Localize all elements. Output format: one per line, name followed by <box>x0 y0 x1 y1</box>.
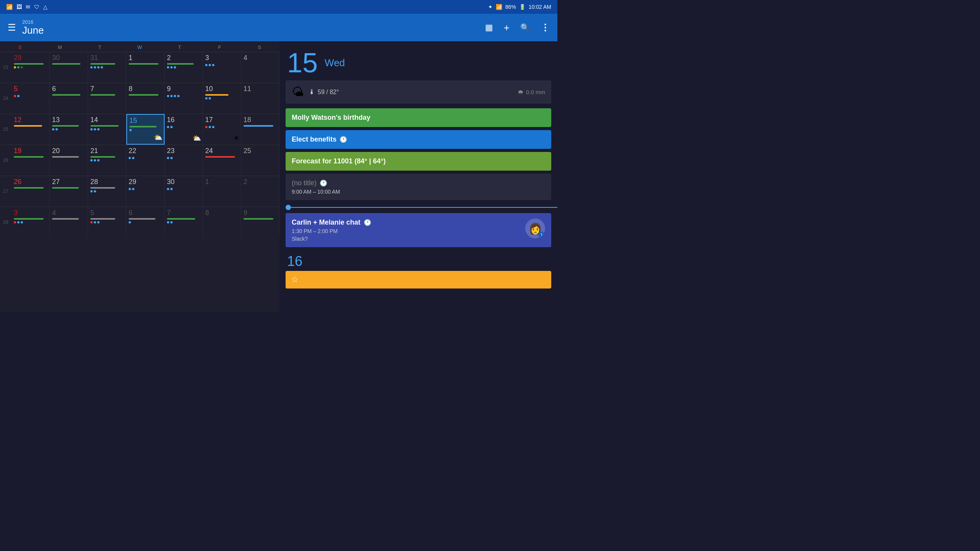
avatar: 👩 1 <box>525 218 545 238</box>
benefits-event-card[interactable]: Elect benefits 🕐 <box>286 130 551 149</box>
cal-cell-13-jun[interactable]: 13 <box>50 114 88 145</box>
cal-cell-10-jun[interactable]: 10 <box>203 83 241 114</box>
star-icon: ☆ <box>291 275 299 285</box>
event-dot <box>52 128 54 130</box>
next-day-event-card[interactable]: ☆ <box>286 271 551 289</box>
cal-cell-30-may[interactable]: 30 <box>50 52 88 83</box>
calendar-view-button[interactable]: ▦ <box>485 23 493 33</box>
weather-precipitation: 🌧 0.0 mm <box>518 89 545 96</box>
cal-cell-22-jun[interactable]: 22 <box>126 145 165 176</box>
status-right: ✦ 📶 86% 🔋 10:02 AM <box>488 4 551 10</box>
cal-cell-20-jun[interactable]: 20 <box>50 145 88 176</box>
wifi-icon: 📶 <box>6 4 13 10</box>
cal-cell-29-may[interactable]: 29 <box>11 52 50 83</box>
event-dot <box>94 159 96 161</box>
event-dot <box>17 95 20 97</box>
event-bars <box>129 63 162 65</box>
cal-cell-21-jun[interactable]: 21 <box>88 145 126 176</box>
event-bar <box>205 156 235 158</box>
cal-cell-1-jun[interactable]: 1 <box>126 52 165 83</box>
cal-cell-9-jul[interactable]: 9 <box>241 207 279 238</box>
cal-cell-15-jun-today[interactable]: 15 ⛅ <box>126 114 165 145</box>
cal-cell-9-jun[interactable]: 9 <box>165 83 203 114</box>
date-num: 4 <box>243 54 247 62</box>
cal-cell-2-jun[interactable]: 2 <box>165 52 203 83</box>
cal-cell-6-jun[interactable]: 6 <box>50 83 88 114</box>
event-bar <box>90 218 115 220</box>
cal-cell-23-jun[interactable]: 23 <box>165 145 203 176</box>
cal-cell-2-jul[interactable]: 2 <box>241 176 279 207</box>
more-options-button[interactable]: ⋮ <box>541 22 550 33</box>
forecast-event-title: Forecast for 11001 (84° | 64°) <box>292 157 545 165</box>
event-dot <box>205 97 207 99</box>
time-line <box>291 207 557 208</box>
cal-cell-28-jun[interactable]: 28 <box>88 176 126 207</box>
calendar-row-28: 3 4 <box>11 207 279 238</box>
week-num-24: 24 <box>0 83 11 114</box>
cal-cell-8-jul[interactable]: 8 <box>203 207 241 238</box>
battery-icon: 🔋 <box>519 4 526 10</box>
no-title-event-card[interactable]: (no title) 🕐 9:00 AM – 10:00 AM <box>286 174 551 200</box>
cal-cell-12-jun[interactable]: 12 <box>11 114 50 145</box>
cal-cell-29-jun[interactable]: 29 <box>126 176 165 207</box>
event-bars <box>14 63 47 68</box>
date-num: 19 <box>14 147 21 155</box>
event-dot <box>94 66 96 68</box>
event-bars <box>129 187 162 190</box>
weather-cloud-icon-16: ⛅ <box>193 134 201 142</box>
cal-cell-7-jun[interactable]: 7 <box>88 83 126 114</box>
cal-cell-6-jul[interactable]: 6 <box>126 207 165 238</box>
cal-cell-31-may[interactable]: 31 <box>88 52 126 83</box>
cal-cell-25-jun[interactable]: 25 <box>241 145 279 176</box>
weather-card[interactable]: 🌤 🌡 59 / 82° 🌧 0.0 mm <box>286 80 551 104</box>
cal-cell-4-jun[interactable]: 4 <box>241 52 279 83</box>
cal-cell-7-jul[interactable]: 7 <box>165 207 203 238</box>
event-dot <box>97 66 100 68</box>
cal-cell-1-jul[interactable]: 1 <box>203 176 241 207</box>
cal-cell-26-jun[interactable]: 26 <box>11 176 50 207</box>
carlin-event-card[interactable]: Carlin + Melanie chat 🕐 1:30 PM – 2:00 P… <box>286 213 551 247</box>
event-bars <box>167 94 200 97</box>
cal-cell-8-jun[interactable]: 8 <box>126 83 165 114</box>
cal-cell-18-jun[interactable]: 18 <box>241 114 279 145</box>
event-dot <box>90 221 93 223</box>
event-dots <box>205 64 238 66</box>
date-num: 28 <box>90 178 98 186</box>
event-bars <box>205 125 238 128</box>
cal-cell-24-jun[interactable]: 24 <box>203 145 241 176</box>
drive-icon: △ <box>43 4 47 10</box>
cal-cell-3-jun[interactable]: 3 <box>203 52 241 83</box>
event-bar <box>90 187 115 189</box>
event-dot <box>212 126 214 128</box>
day-header-wed: W <box>120 44 160 50</box>
birthday-event-card[interactable]: Molly Watson's birthday <box>286 108 551 127</box>
event-dots <box>167 95 200 97</box>
event-dot <box>177 95 180 97</box>
event-bar <box>14 63 44 65</box>
cal-cell-16-jun[interactable]: 16 ⛅ <box>165 114 203 145</box>
calendar-row-27: 26 27 28 <box>11 176 279 207</box>
cal-cell-19-jun[interactable]: 19 <box>11 145 50 176</box>
day-header-fri: F <box>199 44 239 50</box>
add-event-button[interactable]: + <box>504 22 510 34</box>
search-button[interactable]: 🔍 <box>520 23 530 32</box>
hamburger-button[interactable]: ☰ <box>8 22 16 33</box>
event-bars <box>90 125 124 130</box>
cal-cell-5-jul[interactable]: 5 <box>88 207 126 238</box>
date-num: 9 <box>167 85 171 93</box>
cal-cell-3-jul[interactable]: 3 <box>11 207 50 238</box>
cal-cell-27-jun[interactable]: 27 <box>50 176 88 207</box>
cal-cell-30-jun[interactable]: 30 <box>165 176 203 207</box>
cal-cell-11-jun[interactable]: 11 <box>241 83 279 114</box>
week-row-26: 26 19 20 21 <box>0 145 279 176</box>
forecast-event-card[interactable]: Forecast for 11001 (84° | 64°) <box>286 152 551 171</box>
event-bars <box>52 187 85 189</box>
date-num: 11 <box>243 85 251 93</box>
cal-cell-17-jun[interactable]: 17 ☀ <box>203 114 241 145</box>
event-bar <box>14 218 44 220</box>
cal-cell-5-jun[interactable]: 5 <box>11 83 50 114</box>
cal-cell-4-jul[interactable]: 4 <box>50 207 88 238</box>
rain-icon: 🌧 <box>518 89 524 96</box>
clock: 10:02 AM <box>529 4 551 10</box>
cal-cell-14-jun[interactable]: 14 <box>88 114 126 145</box>
